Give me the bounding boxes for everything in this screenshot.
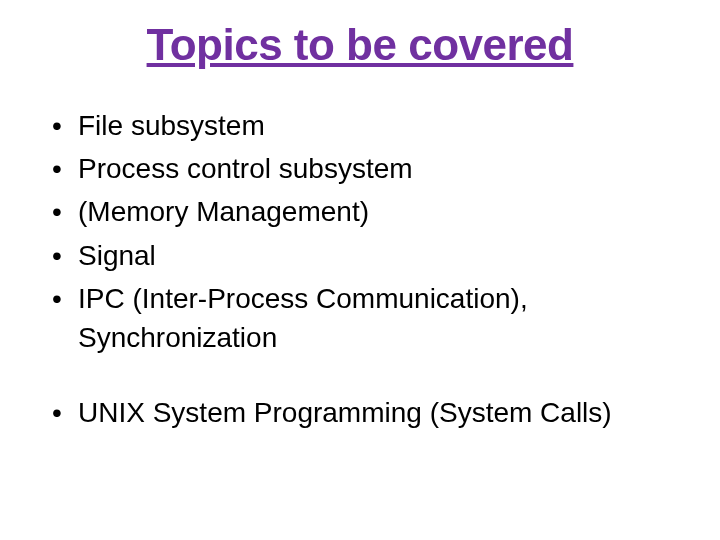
bullet-group-2: • UNIX System Programming (System Calls) (50, 393, 680, 432)
bullet-icon: • (50, 236, 78, 275)
list-item: • Process control subsystem (50, 149, 680, 188)
list-item-text: (Memory Management) (78, 192, 680, 231)
list-item-text: Signal (78, 236, 680, 275)
list-item: • IPC (Inter-Process Communication), Syn… (50, 279, 680, 357)
slide: Topics to be covered • File subsystem • … (0, 0, 720, 540)
bullet-icon: • (50, 149, 78, 188)
list-item-text: IPC (Inter-Process Communication), Synch… (78, 279, 680, 357)
list-item: • (Memory Management) (50, 192, 680, 231)
list-item-text: File subsystem (78, 106, 680, 145)
list-item-text: Process control subsystem (78, 149, 680, 188)
list-item-text: UNIX System Programming (System Calls) (78, 393, 680, 432)
list-item: • Signal (50, 236, 680, 275)
bullet-icon: • (50, 393, 78, 432)
slide-title: Topics to be covered (40, 20, 680, 70)
bullet-group-1: • File subsystem • Process control subsy… (50, 106, 680, 357)
bullet-icon: • (50, 192, 78, 231)
bullet-icon: • (50, 106, 78, 145)
list-item: • File subsystem (50, 106, 680, 145)
bullet-icon: • (50, 279, 78, 318)
list-item: • UNIX System Programming (System Calls) (50, 393, 680, 432)
slide-content: • File subsystem • Process control subsy… (40, 106, 680, 432)
